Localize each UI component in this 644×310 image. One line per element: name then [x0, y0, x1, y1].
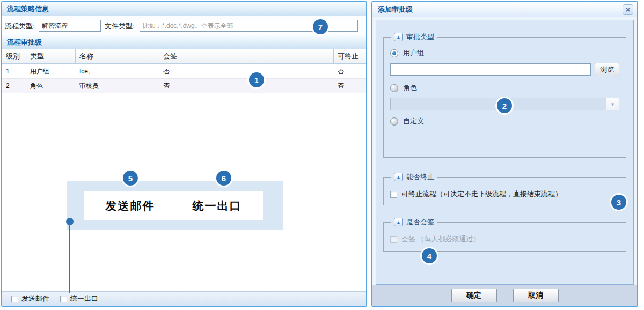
countersign-title: 是否会签 — [406, 217, 434, 227]
col-terminable: 可终止 — [334, 49, 366, 63]
cancel-button[interactable]: 取消 — [513, 289, 559, 302]
cell-countersign: 否 — [159, 79, 334, 93]
col-name: 名称 — [76, 49, 159, 63]
close-icon: × — [626, 5, 631, 13]
countersign-legend: ▲ 是否会签 — [391, 217, 437, 227]
terminate-checkbox[interactable] — [390, 191, 397, 198]
unified-exit-checkbox-label: 统一出口 — [70, 294, 98, 304]
countersign-fieldset: ▲ 是否会签 会签 （每人都必须通过） — [383, 217, 626, 252]
dialog-body: ▲ 审批类型 用户组 浏览 角色 ▾ 自定义 — [376, 20, 634, 285]
col-countersign: 会签 — [159, 49, 334, 63]
cell-level: 1 — [2, 64, 26, 78]
cell-type: 角色 — [26, 79, 76, 93]
process-policy-panel: 流程策略信息 流程类型: 文件类型: 流程审批级 级别 类型 名称 会签 可终止… — [1, 1, 367, 307]
collapse-icon[interactable]: ▲ — [394, 33, 403, 41]
close-button[interactable]: × — [623, 4, 633, 15]
custom-radio[interactable] — [390, 117, 398, 126]
user-group-radio-row[interactable]: 用户组 — [390, 48, 619, 58]
role-radio-label: 角色 — [403, 83, 417, 93]
custom-radio-row[interactable]: 自定义 — [390, 116, 619, 126]
user-group-input-row: 浏览 — [390, 63, 619, 76]
cell-terminable: 否 — [334, 79, 366, 93]
annotation-badge-3: 3 — [611, 195, 626, 210]
process-type-input[interactable] — [39, 20, 101, 32]
user-group-radio-label: 用户组 — [403, 48, 424, 58]
unified-exit-checkbox[interactable] — [60, 296, 67, 302]
countersign-checkbox — [390, 236, 397, 243]
add-approval-level-dialog: 添加审批级 × ▲ 审批类型 用户组 浏览 角色 — [371, 1, 638, 307]
custom-radio-label: 自定义 — [403, 116, 424, 126]
cell-name: 审核员 — [76, 79, 159, 93]
approval-section-title: 流程审批级 — [2, 35, 366, 49]
user-group-radio[interactable] — [390, 49, 398, 57]
terminate-title: 能否终止 — [406, 172, 434, 182]
collapse-icon[interactable]: ▲ — [394, 173, 403, 181]
flow-options-bar: 发送邮件 统一出口 — [2, 291, 366, 306]
approval-type-legend: ▲ 审批类型 — [391, 32, 437, 42]
countersign-checkbox-row: 会签 （每人都必须通过） — [390, 234, 619, 244]
approval-type-title: 审批类型 — [406, 32, 434, 42]
annotation-badge-1: 1 — [249, 72, 264, 87]
annotation-badge-4: 4 — [422, 248, 437, 263]
countersign-checkbox-label: 会签 （每人都必须通过） — [401, 234, 480, 244]
table-row[interactable]: 2 角色 审核员 否 否 — [2, 79, 366, 93]
col-type: 类型 — [26, 49, 76, 63]
flow-node-send-mail: 发送邮件 — [106, 198, 155, 213]
policy-form-row: 流程类型: 文件类型: — [2, 16, 366, 35]
annotation-line — [69, 221, 70, 293]
cell-name: Ice; — [76, 64, 159, 78]
role-radio[interactable] — [390, 84, 398, 92]
approval-table-header: 级别 类型 名称 会签 可终止 — [2, 49, 366, 64]
panel-title: 流程策略信息 — [2, 2, 366, 16]
table-row[interactable]: 1 用户组 Ice; 否 否 — [2, 64, 366, 79]
cell-terminable: 否 — [334, 64, 366, 78]
dialog-footer: 确定 取消 — [372, 285, 637, 306]
annotation-highlight-rect: 发送邮件 统一出口 — [67, 181, 283, 230]
terminate-fieldset: ▲ 能否终止 可终止流程（可决定不走下级流程，直接结束流程） — [383, 172, 626, 205]
cell-type: 用户组 — [26, 64, 76, 78]
browse-button[interactable]: 浏览 — [595, 63, 619, 76]
terminate-checkbox-row[interactable]: 可终止流程（可决定不走下级流程，直接结束流程） — [390, 189, 619, 199]
dialog-title: 添加审批级 — [378, 5, 623, 14]
terminate-legend: ▲ 能否终止 — [391, 172, 437, 182]
col-level: 级别 — [2, 49, 26, 63]
send-mail-checkbox-label: 发送邮件 — [21, 294, 49, 304]
annotation-badge-6: 6 — [216, 171, 231, 186]
annotation-badge-2: 2 — [497, 98, 512, 113]
annotation-badge-5: 5 — [123, 171, 138, 186]
flow-node-box: 发送邮件 统一出口 — [84, 191, 263, 220]
cell-level: 2 — [2, 79, 26, 93]
role-radio-row[interactable]: 角色 — [390, 83, 619, 93]
file-type-label: 文件类型: — [105, 21, 135, 31]
send-mail-checkbox[interactable] — [11, 296, 18, 302]
send-mail-checkbox-item[interactable]: 发送邮件 — [11, 294, 49, 304]
user-group-input[interactable] — [390, 63, 591, 76]
unified-exit-checkbox-item[interactable]: 统一出口 — [60, 294, 98, 304]
collapse-icon[interactable]: ▲ — [394, 218, 403, 226]
terminate-checkbox-label: 可终止流程（可决定不走下级流程，直接结束流程） — [401, 189, 562, 199]
annotation-badge-7: 7 — [313, 19, 328, 34]
flow-node-unified-exit: 统一出口 — [193, 198, 242, 213]
process-type-label: 流程类型: — [5, 21, 35, 31]
chevron-down-icon: ▾ — [606, 98, 619, 110]
dialog-header: 添加审批级 × — [372, 2, 637, 17]
ok-button[interactable]: 确定 — [451, 289, 497, 302]
approval-type-fieldset: ▲ 审批类型 用户组 浏览 角色 ▾ 自定义 — [383, 32, 626, 158]
cell-countersign: 否 — [159, 64, 334, 78]
